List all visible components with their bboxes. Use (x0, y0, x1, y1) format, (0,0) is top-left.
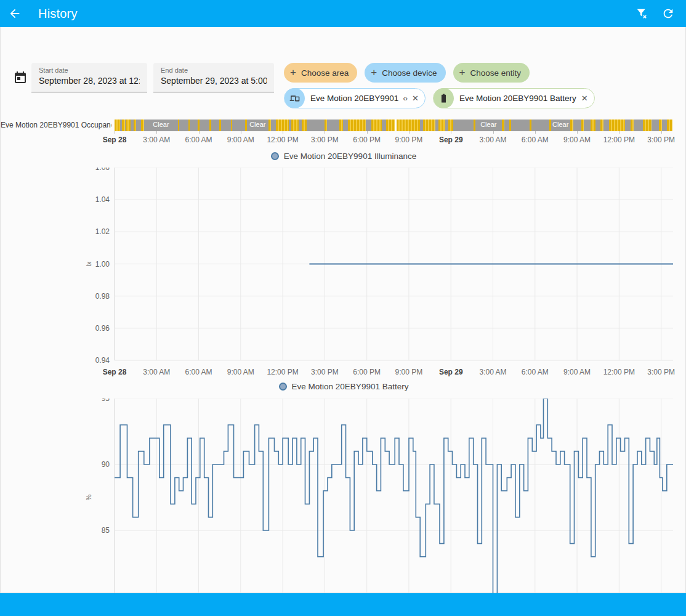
time-axis-tick (619, 131, 619, 134)
occupancy-segment-off (190, 120, 198, 131)
choose-area-chip[interactable]: + Choose area (284, 63, 357, 83)
occupancy-segment-off (603, 120, 609, 131)
time-axis-label: 6:00 AM (185, 136, 212, 144)
choose-entity-chip[interactable]: + Choose entity (453, 63, 530, 83)
time-axis-tick (156, 131, 157, 134)
plus-icon: + (290, 67, 296, 79)
illuminance-legend[interactable]: Eve Motion 20EBY9901 Illuminance (1, 152, 686, 161)
occupancy-segment-off (595, 120, 600, 131)
x-axis-label: 9:00 PM (395, 368, 423, 376)
occupancy-segment-on (276, 120, 289, 131)
time-axis-label: 12:00 PM (603, 136, 635, 144)
occupancy-clear-label: Clear (144, 121, 178, 128)
y-axis-label: 0.98 (95, 292, 110, 301)
time-axis-label: Sep 28 (103, 136, 127, 144)
occupancy-clear-label: Clear (551, 121, 570, 128)
occupancy-timeline-bar[interactable]: ClearClearClearClear (115, 120, 673, 131)
remove-device-icon[interactable]: ✕ (412, 94, 419, 103)
add-chip-row: + Choose area + Choose device + Choose e… (284, 63, 595, 83)
page-title: History (38, 7, 78, 21)
y-axis-label: 1.04 (95, 195, 110, 204)
x-axis-label: Sep 28 (103, 368, 127, 376)
time-axis-label: 9:00 PM (395, 136, 423, 144)
occupancy-segment-on (591, 120, 595, 131)
occupancy-segment-on (115, 120, 120, 131)
start-date-field[interactable]: Start date September 28, 2023 at 12:00 A… (31, 63, 147, 92)
filter-chips: + Choose area + Choose device + Choose e… (284, 63, 595, 108)
remove-filters-button[interactable] (629, 0, 655, 27)
occupancy-segment-on (371, 120, 382, 131)
filter-controls: Start date September 28, 2023 at 12:00 A… (13, 63, 595, 108)
battery-legend[interactable]: Eve Motion 20EBY9901 Battery (1, 382, 686, 391)
time-axis-label: 9:00 AM (563, 136, 591, 144)
legend-marker-icon (279, 383, 287, 391)
y-axis-unit: % (85, 494, 92, 500)
occupancy-segment-on (397, 120, 420, 131)
occupancy-segment-off (179, 120, 188, 131)
y-axis-label: 1.06 (95, 168, 110, 172)
occupancy-segment-on (302, 120, 307, 131)
time-axis-label: 12:00 PM (267, 136, 298, 144)
occupancy-clear-label: Clear (475, 121, 502, 128)
battery-icon (438, 93, 449, 103)
occupancy-segment-off: Clear (144, 120, 178, 131)
end-date-field[interactable]: End date September 29, 2023 at 5:00 PM (153, 63, 274, 92)
selected-device-chip[interactable]: Eve Motion 20EBY9901 ‹› ✕ (284, 88, 426, 108)
y-axis-unit: lx (85, 261, 92, 266)
choose-entity-label: Choose entity (470, 68, 521, 78)
x-axis-label: 6:00 AM (185, 368, 212, 376)
occupancy-segment-on (448, 120, 453, 131)
occupancy-segment-off (625, 120, 631, 131)
occupancy-segment-off (200, 120, 210, 131)
occupancy-segment-on (348, 120, 365, 131)
occupancy-segment-on (291, 120, 299, 131)
choose-device-label: Choose device (382, 68, 437, 78)
time-axis-label: 6:00 AM (522, 136, 549, 144)
occupancy-segment-on (667, 120, 672, 131)
time-axis-tick (115, 131, 115, 134)
date-range-fields: Start date September 28, 2023 at 12:00 A… (31, 63, 274, 92)
time-axis-label: 3:00 AM (480, 136, 507, 144)
time-axis-tick (535, 131, 536, 134)
x-axis-label: 6:00 PM (353, 368, 381, 376)
illuminance-legend-label: Eve Motion 20EBY9901 Illuminance (284, 152, 416, 161)
selected-chip-row: Eve Motion 20EBY9901 ‹› ✕ Eve Motion 20E… (284, 88, 595, 108)
time-axis-tick (283, 131, 283, 134)
battery-chart[interactable]: 95908580%Sep 283:00 AM6:00 AM9:00 AM12:0… (1, 399, 686, 615)
occupancy-segment-off (453, 120, 474, 131)
history-content: Start date September 28, 2023 at 12:00 A… (0, 27, 686, 593)
refresh-button[interactable] (655, 0, 681, 27)
occupancy-segment-on (438, 120, 445, 131)
history-screen: History Start date September 28, 2023 at… (0, 0, 686, 616)
filter-remove-icon (636, 7, 649, 20)
remove-entity-icon[interactable]: ✕ (581, 94, 588, 103)
illuminance-chart[interactable]: 1.061.041.021.000.980.960.94lxSep 283:00… (1, 168, 686, 380)
choose-area-label: Choose area (301, 68, 349, 78)
occupancy-segment-off (307, 120, 325, 131)
x-axis-label: 3:00 AM (143, 368, 170, 376)
start-date-label: Start date (39, 67, 140, 74)
choose-device-chip[interactable]: + Choose device (365, 63, 445, 83)
expand-device-icon[interactable]: ‹› (403, 94, 407, 103)
entity-chip-cap (434, 88, 454, 108)
occupancy-segment-off (221, 120, 231, 131)
device-chip-cap (284, 88, 305, 108)
occupancy-segment-off: Clear (475, 120, 502, 131)
occupancy-segment-off: Clear (247, 120, 268, 131)
start-date-value: September 28, 2023 at 12:00 AM (39, 76, 140, 86)
occupancy-segment-off (136, 120, 142, 131)
occupancy-segment-off (343, 120, 349, 131)
time-axis-label: 9:00 AM (227, 136, 254, 144)
refresh-icon (661, 7, 675, 20)
back-button[interactable] (0, 0, 30, 27)
end-date-value: September 29, 2023 at 5:00 PM (161, 76, 267, 86)
devices-icon (289, 93, 300, 103)
occupancy-entity-label: Eve Motion 20EBY9901 Occupancy (1, 121, 111, 129)
time-axis-tick (409, 131, 410, 134)
y-axis-label: 95 (102, 399, 110, 403)
selected-entity-chip[interactable]: Eve Motion 20EBY9901 Battery ✕ (433, 88, 595, 108)
time-axis-label: Sep 29 (439, 136, 463, 144)
occupancy-segment-off (634, 120, 643, 131)
app-bar: History (0, 0, 686, 27)
occupancy-clear-label: Clear (247, 121, 268, 128)
